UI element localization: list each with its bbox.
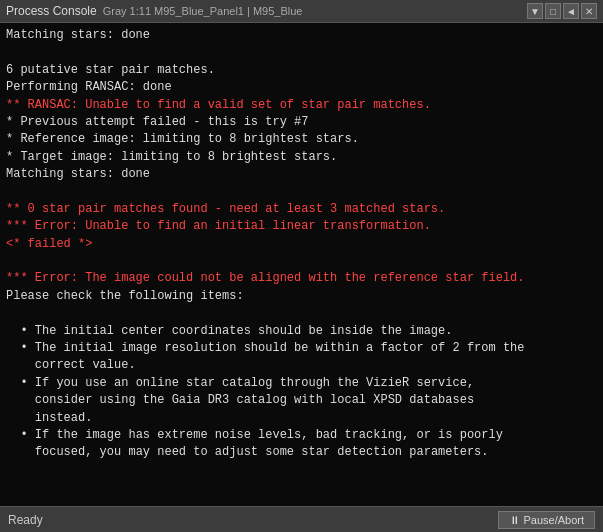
console-blank-line	[6, 305, 597, 322]
title-bar-left: Process Console Gray 1:11 M95_Blue_Panel…	[6, 4, 302, 18]
console-blank-line	[6, 184, 597, 201]
console-line: * Reference image: limiting to 8 brighte…	[6, 131, 597, 148]
console-line: * Previous attempt failed - this is try …	[6, 114, 597, 131]
minimize-button[interactable]: ▼	[527, 3, 543, 19]
console-line: Performing RANSAC: done	[6, 79, 597, 96]
title-bar-controls: ▼ □ ◄ ✕	[527, 3, 597, 19]
console-line: ** RANSAC: Unable to find a valid set of…	[6, 97, 597, 114]
console-line: *** Error: The image could not be aligne…	[6, 270, 597, 287]
console-area: Matching stars: done6 putative star pair…	[0, 23, 603, 506]
console-line: • If the image has extreme noise levels,…	[6, 427, 597, 462]
title-info: Gray 1:11 M95_Blue_Panel1 | M95_Blue	[103, 5, 303, 17]
console-line: *** Error: Unable to find an initial lin…	[6, 218, 597, 235]
close-button[interactable]: ✕	[581, 3, 597, 19]
pause-abort-button[interactable]: ⏸ Pause/Abort	[498, 511, 595, 529]
console-blank-line	[6, 44, 597, 61]
console-line: • The initial image resolution should be…	[6, 340, 597, 375]
console-blank-line	[6, 253, 597, 270]
maximize-button[interactable]: □	[545, 3, 561, 19]
console-line: • The initial center coordinates should …	[6, 323, 597, 340]
console-line: Matching stars: done	[6, 27, 597, 44]
status-text: Ready	[8, 513, 43, 527]
console-line: ** 0 star pair matches found - need at l…	[6, 201, 597, 218]
dock-button[interactable]: ◄	[563, 3, 579, 19]
console-line: * Target image: limiting to 8 brightest …	[6, 149, 597, 166]
title-label: Process Console	[6, 4, 97, 18]
console-line: <* failed *>	[6, 236, 597, 253]
console-line: Matching stars: done	[6, 166, 597, 183]
console-line: • If you use an online star catalog thro…	[6, 375, 597, 427]
bottom-bar: Ready ⏸ Pause/Abort	[0, 506, 603, 532]
console-line: Please check the following items:	[6, 288, 597, 305]
title-bar: Process Console Gray 1:11 M95_Blue_Panel…	[0, 0, 603, 23]
console-line: 6 putative star pair matches.	[6, 62, 597, 79]
